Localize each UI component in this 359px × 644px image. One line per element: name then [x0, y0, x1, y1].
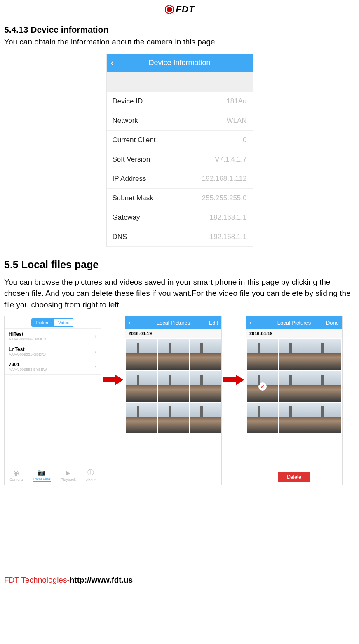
date-header: 2016-04-19	[125, 329, 221, 338]
info-value: 192.168.1.1	[210, 213, 247, 222]
thumbnail[interactable]	[158, 339, 189, 370]
delete-button[interactable]: Delete	[278, 472, 310, 482]
thumbnail[interactable]	[190, 339, 221, 370]
brand-logo: FDT	[164, 4, 195, 15]
page-footer: FDT Technologies-http://www.fdt.us	[0, 576, 359, 593]
tab-local-files[interactable]: 📷Local Files	[33, 468, 51, 482]
thumbnail[interactable]	[190, 371, 221, 402]
segmented-header: Picture Video	[5, 316, 101, 329]
pictures-header-edit: ‹ Local Pictures Done	[246, 316, 342, 329]
date-header: 2016-04-19	[246, 329, 342, 338]
section-intro-local-files: You can browse the pictures and videos s…	[4, 276, 355, 311]
info-value: 181Au	[226, 97, 246, 105]
chevron-right-icon: ›	[94, 333, 96, 340]
back-icon[interactable]: ‹	[249, 320, 251, 326]
thumbnail-area: ✓	[246, 338, 342, 469]
info-row: Gateway192.168.1.1	[107, 208, 253, 227]
info-label: Current Client	[113, 136, 156, 144]
info-row: Soft VersionV7.1.4.1.7	[107, 150, 253, 169]
local-pictures-edit-screenshot: ‹ Local Pictures Done 2016-04-19 ✓	[246, 316, 343, 485]
section-intro-device-info: You can obtain the information about the…	[4, 36, 355, 48]
thumbnail[interactable]	[126, 403, 157, 433]
info-row: DNS192.168.1.1	[107, 227, 253, 247]
info-row: Device ID181Au	[107, 92, 253, 111]
local-files-screenshots: Picture Video HiTestAAAA-000066-JNMED › …	[4, 316, 355, 485]
tab-video[interactable]: Video	[54, 319, 74, 326]
thumbnail[interactable]	[279, 371, 310, 402]
tab-camera[interactable]: ◉Camera	[9, 469, 23, 482]
back-icon[interactable]: ‹	[129, 320, 130, 326]
logo-icon	[164, 5, 174, 14]
info-label: IP Address	[113, 175, 146, 183]
thumbnail[interactable]	[126, 371, 157, 402]
done-button[interactable]: Done	[326, 320, 339, 326]
folder-list: HiTestAAAA-000066-JNMED › LnTestAAAA-009…	[5, 329, 101, 466]
footer-company: FDT Technologies-	[4, 576, 70, 584]
folder-title: LnTest	[9, 347, 46, 352]
pictures-header: ‹ Local Pictures Edit	[125, 316, 221, 329]
info-label: Subnet Mask	[113, 194, 153, 202]
check-icon: ✓	[258, 382, 267, 391]
info-label: Device ID	[113, 97, 143, 105]
device-info-titlebar: ‹ Device Information	[107, 54, 253, 72]
info-row: IP Address192.168.1.112	[107, 169, 253, 189]
info-value: 192.168.1.1	[210, 233, 247, 241]
folder-row[interactable]: HiTestAAAA-000066-JNMED ›	[5, 329, 101, 344]
info-row: Current Client0	[107, 131, 253, 150]
arrow-right-icon	[223, 374, 244, 386]
folder-row[interactable]: 7901AAAA-009553-BYBEW ›	[5, 359, 101, 375]
thumbnail[interactable]	[190, 403, 221, 433]
folder-title: 7901	[9, 362, 47, 368]
arrow-right-icon	[103, 374, 123, 386]
pictures-title: Local Pictures	[157, 320, 190, 326]
folder-title: HiTest	[9, 331, 46, 337]
thumbnail[interactable]	[310, 403, 341, 433]
thumbnail[interactable]	[279, 339, 310, 370]
edit-button[interactable]: Edit	[209, 320, 218, 326]
thumbnail[interactable]	[158, 403, 189, 433]
thumbnail-grid: ✓	[246, 338, 342, 434]
info-value: WLAN	[226, 117, 246, 125]
thumbnail[interactable]	[247, 403, 278, 433]
folder-row[interactable]: LnTestAAAA-009551-GBERJ ›	[5, 344, 101, 359]
footer-url: http://www.fdt.us	[70, 576, 133, 584]
picture-video-toggle[interactable]: Picture Video	[31, 318, 74, 327]
local-files-list-screenshot: Picture Video HiTestAAAA-000066-JNMED › …	[4, 316, 101, 485]
info-label: Soft Version	[113, 155, 150, 164]
info-label: DNS	[113, 233, 127, 241]
thumbnail[interactable]	[158, 371, 189, 402]
bottom-tabbar: ◉Camera 📷Local Files ▶Playback ⓘAbout	[5, 466, 101, 485]
thumbnail[interactable]	[310, 371, 341, 402]
chevron-right-icon: ›	[94, 363, 96, 370]
info-value: 0	[243, 136, 246, 144]
info-label: Gateway	[113, 213, 140, 222]
thumbnail[interactable]	[126, 339, 157, 370]
device-info-title: Device Information	[148, 59, 210, 67]
folder-sub: AAAA-009553-BYBEW	[9, 368, 47, 372]
tab-picture[interactable]: Picture	[31, 319, 54, 326]
svg-marker-2	[103, 375, 123, 385]
back-icon[interactable]: ‹	[111, 58, 114, 68]
image-icon: 📷	[38, 468, 46, 476]
local-pictures-screenshot: ‹ Local Pictures Edit 2016-04-19	[125, 316, 222, 485]
info-value: V7.1.4.1.7	[215, 155, 247, 164]
brand-text: FDT	[176, 4, 195, 15]
info-label: Network	[113, 117, 138, 125]
thumbnail[interactable]	[310, 339, 341, 370]
svg-marker-1	[167, 7, 172, 12]
thumbnail[interactable]	[247, 339, 278, 370]
info-value: 255.255.255.0	[202, 194, 247, 202]
section-heading-device-info: 5.4.13 Device information	[4, 25, 355, 35]
info-row: Subnet Mask255.255.255.0	[107, 189, 253, 208]
svg-marker-3	[223, 375, 244, 385]
thumbnail-selected[interactable]: ✓	[247, 371, 278, 402]
thumbnail-area	[125, 338, 221, 485]
status-gap	[107, 72, 253, 92]
tab-about[interactable]: ⓘAbout	[86, 468, 96, 482]
tab-playback[interactable]: ▶Playback	[61, 469, 76, 482]
device-info-screenshot: ‹ Device Information Device ID181Au Netw…	[106, 54, 253, 247]
pictures-title: Local Pictures	[277, 320, 311, 326]
thumbnail[interactable]	[279, 403, 310, 433]
info-value: 192.168.1.112	[202, 175, 247, 183]
section-heading-local-files: 5.5 Local files page	[4, 259, 355, 271]
